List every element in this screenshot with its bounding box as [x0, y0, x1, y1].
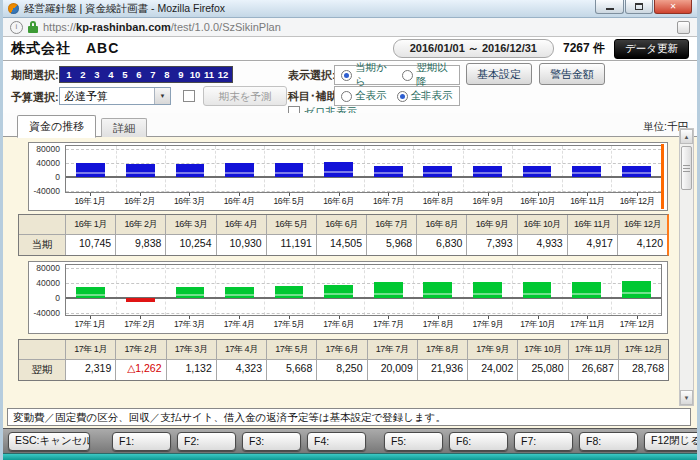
radio-icon [397, 91, 408, 102]
period-number[interactable]: 4 [104, 69, 118, 80]
chevron-down-icon[interactable]: ▼ [154, 88, 170, 104]
url-text[interactable]: https://kp-rashinban.com/test/1.0.0/SzSi… [43, 21, 281, 33]
warning-amount-button[interactable]: 警告金額 [539, 63, 605, 85]
period-number[interactable]: 3 [90, 69, 104, 80]
radio-icon [341, 70, 352, 81]
https-lock-icon[interactable] [28, 21, 38, 33]
maximize-button[interactable] [625, 0, 653, 14]
month-header-cell: 16年 4月 [217, 215, 266, 234]
month-header-cell: 16年 11月 [568, 215, 617, 234]
bar-segment-line [324, 171, 353, 173]
y-axis-tick-label: 40000 [29, 159, 60, 167]
value-cell: 1,132 [167, 360, 216, 380]
chart-bar [523, 282, 552, 298]
vertical-gridline [116, 146, 117, 192]
subject-radio-group: 全表示 全非表示 [334, 86, 460, 106]
header-right-group: 2016/01/01 ～ 2016/12/31 7267 件 データ更新 [393, 39, 689, 59]
radio-show-all[interactable]: 全表示 [341, 89, 387, 103]
vertical-gridline [264, 265, 265, 315]
month-header-cell: 17年 11月 [569, 340, 618, 359]
basic-settings-button[interactable]: 基本設定 [466, 63, 532, 85]
period-number[interactable]: 12 [216, 69, 230, 80]
value-cell: 10,745 [66, 235, 115, 255]
scroll-up-icon[interactable]: ▲ [680, 129, 693, 144]
browser-urlbar[interactable]: i https://kp-rashinban.com/test/1.0.0/Sz… [3, 18, 697, 37]
date-range-pill[interactable]: 2016/01/01 ～ 2016/12/31 [393, 39, 554, 58]
vertical-gridline [463, 265, 464, 315]
bar-segment-line [622, 292, 651, 294]
vertical-gridline [314, 265, 315, 315]
vertical-scrollbar[interactable]: ▲ ▼ [679, 128, 694, 406]
month-header-cell: 16年 8月 [417, 215, 466, 234]
site-info-icon[interactable]: i [10, 21, 23, 34]
scrollbar-thumb[interactable] [681, 146, 692, 190]
radio-label: 当期から [355, 61, 392, 89]
period-number[interactable]: 7 [146, 69, 160, 80]
chart-bar [176, 164, 205, 176]
value-cell: 25,080 [518, 360, 567, 380]
fkey-button-f7[interactable]: F7: [514, 432, 573, 451]
budget-checkbox[interactable] [183, 90, 195, 102]
vertical-gridline [314, 146, 315, 192]
y-axis-tick-label: 40000 [29, 279, 60, 287]
radio-next-period[interactable]: 翌期以降 [402, 61, 453, 89]
bar-segment-line [225, 172, 254, 174]
period-number[interactable]: 6 [132, 69, 146, 80]
fkey-button-f4[interactable]: F4: [307, 432, 366, 451]
fkey-button-f1[interactable]: F1: [112, 432, 171, 451]
display-radio-group: 当期から 翌期以降 [334, 65, 460, 85]
chart-bar [622, 281, 651, 299]
fkey-button-f5[interactable]: F5: [384, 432, 443, 451]
window-title: 経営羅針盤 | 資金繰計画書 - Mozilla Firefox [24, 2, 225, 16]
bar-segment-line [374, 293, 403, 295]
vertical-gridline [364, 146, 365, 192]
fkey-button-f3[interactable]: F3: [242, 432, 301, 451]
scroll-down-icon[interactable]: ▼ [680, 390, 693, 405]
forecast-button[interactable]: 期末を予測 [203, 86, 287, 106]
value-cell: 24,002 [468, 360, 517, 380]
tab-cash-trend[interactable]: 資金の推移 [17, 115, 96, 138]
x-axis-tick-label: 16年 12月 [612, 194, 662, 208]
bar-segment-line [275, 294, 304, 296]
radio-label: 全非表示 [411, 89, 453, 103]
radio-icon [341, 91, 352, 102]
fkey-button-f6[interactable]: F6: [449, 432, 508, 451]
y-axis-tick-label: -40000 [29, 309, 60, 317]
next-period-chart: 17年 1月17年 2月17年 3月17年 4月17年 5月17年 6月17年 … [28, 261, 668, 334]
period-number[interactable]: 10 [188, 69, 202, 80]
x-axis-tick-label: 17年 11月 [563, 317, 613, 331]
window-bottom-edge [3, 453, 697, 460]
bar-segment-line [622, 172, 651, 174]
vertical-gridline [413, 265, 414, 315]
month-header-cell: 17年 7月 [368, 340, 417, 359]
fkey-button-f8[interactable]: F8: [579, 432, 638, 451]
chart-bar [572, 166, 601, 176]
budget-select[interactable]: 必達予算 ▼ [59, 87, 171, 105]
fkey-button-f2[interactable]: F2: [177, 432, 236, 451]
value-cell: 8,250 [317, 360, 366, 380]
page-action-icon[interactable] [677, 21, 690, 34]
gridline [66, 313, 661, 314]
period-number[interactable]: 5 [118, 69, 132, 80]
period-number[interactable]: 8 [160, 69, 174, 80]
radio-hide-all[interactable]: 全非表示 [397, 89, 453, 103]
fkey-button-esc[interactable]: ESC:キャンセル [8, 432, 90, 451]
fkey-button-f12[interactable]: F12閉じる [644, 432, 700, 451]
x-axis-tick-label: 17年 7月 [364, 317, 414, 331]
period-number[interactable]: 1 [62, 69, 76, 80]
month-header-cell: 16年 1月 [66, 215, 115, 234]
row-label-cell: 翌期 [19, 360, 65, 380]
minimize-button[interactable] [595, 0, 624, 14]
value-cell: 20,009 [368, 360, 417, 380]
vertical-gridline [611, 146, 612, 192]
close-button[interactable]: ✕ [654, 0, 692, 14]
period-number[interactable]: 2 [76, 69, 90, 80]
period-number[interactable]: 9 [174, 69, 188, 80]
period-number-strip[interactable]: 123456789101112 [59, 66, 233, 83]
data-update-button[interactable]: データ更新 [614, 39, 689, 59]
period-number[interactable]: 11 [202, 69, 216, 80]
chart-bar [473, 166, 502, 177]
tab-detail[interactable]: 詳細 [101, 118, 147, 137]
x-axis-tick-label: 17年 8月 [413, 317, 463, 331]
radio-current-period[interactable]: 当期から [341, 61, 392, 89]
